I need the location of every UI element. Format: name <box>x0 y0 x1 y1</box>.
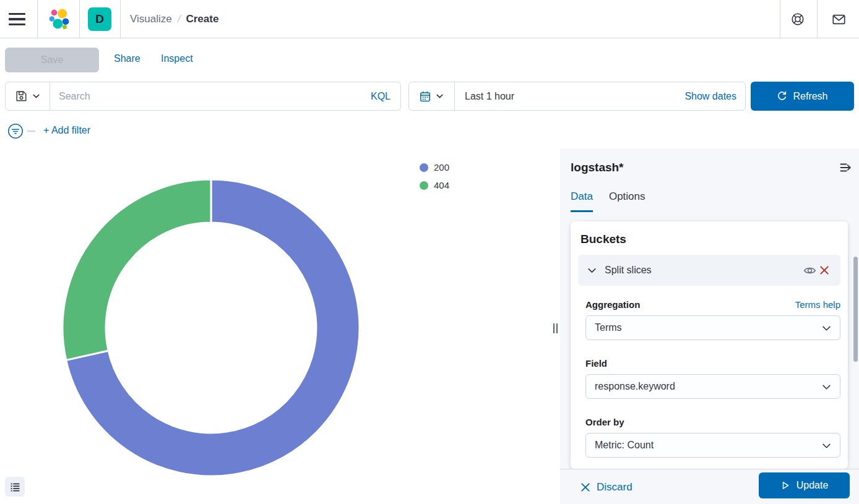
split-slices-label: Split slices <box>605 265 802 276</box>
header-divider <box>79 0 80 38</box>
order-by-value: Metric: Count <box>595 440 822 451</box>
aggregation-label: Aggregation <box>585 299 640 310</box>
chevron-down-icon <box>32 92 40 100</box>
chevron-down-icon <box>822 441 831 450</box>
share-button[interactable]: Share <box>114 38 140 79</box>
index-pattern-title: logstash* <box>571 161 624 174</box>
visualization-chart-area: 200404 <box>0 148 560 504</box>
header-divider <box>37 0 38 38</box>
save-query-icon <box>15 90 27 102</box>
chevron-down-icon <box>587 265 597 276</box>
aggregation-value: Terms <box>595 322 822 333</box>
menu-icon[interactable] <box>9 11 28 28</box>
split-slices-accordion[interactable]: Split slices <box>578 255 840 286</box>
header-divider <box>817 0 818 38</box>
legend-label: 200 <box>434 162 449 173</box>
breadcrumb-separator: / <box>176 13 182 25</box>
tab-data[interactable]: Data <box>571 190 593 212</box>
field-label-row: Field <box>585 358 840 369</box>
breadcrumb: Visualize / Create <box>130 0 218 38</box>
buckets-title: Buckets <box>581 233 626 246</box>
refresh-label: Refresh <box>793 91 827 102</box>
time-picker-group: Last 1 hour Show dates <box>408 82 746 111</box>
filter-bar: + Add filter <box>0 116 859 145</box>
buckets-card: Buckets Split slices <box>571 221 848 469</box>
elastic-logo-icon[interactable] <box>48 8 71 30</box>
legend-item-404[interactable]: 404 <box>420 180 449 190</box>
terms-help-link[interactable]: Terms help <box>795 299 840 310</box>
editor-tabs: Data Options <box>571 190 645 212</box>
date-quick-select-button[interactable] <box>409 82 455 110</box>
filter-dash <box>27 130 35 132</box>
editor-footer: Discard Update <box>560 469 859 504</box>
legend-dot <box>420 181 428 190</box>
panel-scrollbar-thumb[interactable] <box>853 257 858 362</box>
eye-icon[interactable] <box>802 263 817 278</box>
update-label: Update <box>796 480 829 491</box>
saved-query-menu-button[interactable] <box>6 82 50 110</box>
search-bar-group: KQL <box>5 82 401 111</box>
filter-options-icon[interactable] <box>7 123 24 139</box>
breadcrumb-create: Create <box>186 13 218 25</box>
collapse-panel-icon[interactable] <box>839 161 853 174</box>
aggregation-label-row: Aggregation Terms help <box>585 299 840 310</box>
calendar-icon <box>420 91 431 102</box>
list-icon <box>10 482 20 492</box>
kibana-visualize-app: D Visualize / Create Sa <box>0 0 859 504</box>
refresh-button[interactable]: Refresh <box>751 82 854 111</box>
chevron-down-icon <box>822 323 831 333</box>
time-range-value[interactable]: Last 1 hour <box>455 82 676 110</box>
remove-bucket-x-icon[interactable] <box>817 263 832 278</box>
field-select[interactable]: response.keyword <box>585 374 840 399</box>
chart-legend: 200404 <box>420 162 449 190</box>
header-divider <box>780 0 780 38</box>
field-label: Field <box>585 358 607 369</box>
newsfeed-mail-icon[interactable] <box>830 11 847 28</box>
play-icon <box>780 481 790 490</box>
donut-slice-404[interactable] <box>63 179 211 360</box>
visualize-toolbar: Save Share Inspect <box>0 38 859 79</box>
inspect-button[interactable]: Inspect <box>161 38 193 79</box>
discard-button[interactable]: Discard <box>581 469 632 504</box>
aggregation-select[interactable]: Terms <box>585 315 840 340</box>
legend-label: 404 <box>434 180 449 190</box>
order-by-label-row: Order by <box>585 417 840 427</box>
top-header: D Visualize / Create <box>0 0 859 38</box>
chevron-down-icon <box>436 92 444 100</box>
discard-label: Discard <box>597 481 632 493</box>
tab-options[interactable]: Options <box>609 190 645 212</box>
donut-chart <box>56 173 366 482</box>
visualization-editor-panel: logstash* Data Options Buckets <box>560 148 859 504</box>
refresh-icon <box>777 91 787 101</box>
field-value: response.keyword <box>595 381 822 392</box>
add-filter-button[interactable]: + Add filter <box>43 116 90 145</box>
order-by-label: Order by <box>585 417 624 427</box>
space-avatar[interactable]: D <box>88 7 111 31</box>
query-bar: KQL Last 1 hour S <box>0 82 859 111</box>
chevron-down-icon <box>822 382 831 391</box>
help-icon[interactable] <box>789 11 806 28</box>
order-by-select[interactable]: Metric: Count <box>585 433 840 458</box>
legend-dot <box>420 163 428 172</box>
save-button[interactable]: Save <box>5 48 99 72</box>
toggle-legend-button[interactable] <box>5 477 25 497</box>
query-language-button[interactable]: KQL <box>361 82 400 110</box>
panel-resizer-handle[interactable] <box>550 322 560 335</box>
legend-item-200[interactable]: 200 <box>420 162 449 173</box>
search-input[interactable] <box>50 82 361 110</box>
main-content: 200404 logstash* <box>0 148 859 504</box>
breadcrumb-visualize[interactable]: Visualize <box>130 13 172 25</box>
close-x-icon <box>581 482 590 492</box>
header-divider <box>120 0 121 38</box>
update-button[interactable]: Update <box>759 472 850 498</box>
show-dates-button[interactable]: Show dates <box>676 82 745 110</box>
